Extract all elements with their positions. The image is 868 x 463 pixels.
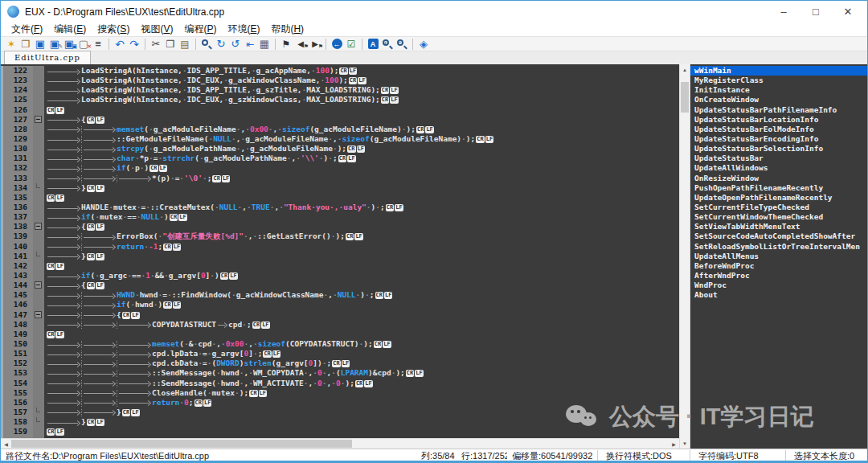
code-line[interactable]: 141}CRLF <box>1 252 679 261</box>
zoom-in-button[interactable]: + <box>380 38 395 51</box>
code-line[interactable]: 149CRLF <box>1 330 679 339</box>
line-number[interactable]: 126 <box>1 105 33 115</box>
code-line[interactable]: 142CRLF <box>1 261 679 271</box>
code-line[interactable]: 126CRLF <box>1 105 679 115</box>
code-line[interactable]: 156return·0;CRLF <box>1 398 679 408</box>
undo-button[interactable]: ↶ <box>113 38 127 51</box>
line-number[interactable]: 136 <box>1 203 33 212</box>
code-line[interactable]: 130strcpy(·g_acModulePathName·,·g_acModu… <box>1 144 679 154</box>
symbol-item[interactable]: InitInstance <box>690 85 867 95</box>
line-number[interactable]: 150 <box>1 339 33 349</box>
redo-button[interactable]: ↷ <box>127 38 141 51</box>
line-number[interactable]: 124 <box>1 85 33 95</box>
symbol-item[interactable]: UpdateOpenPathFilenameRecently <box>690 193 867 203</box>
code-line[interactable]: 140return·-1;CRLF <box>1 242 679 252</box>
horizontal-scroll-thumb[interactable] <box>11 440 352 448</box>
todo-list-button[interactable]: ☑ <box>344 38 358 51</box>
line-number[interactable]: 157 <box>1 408 33 417</box>
scroll-down-icon[interactable]: ▼ <box>680 438 690 449</box>
line-number[interactable]: 159 <box>1 427 33 436</box>
code-line[interactable]: 128memset(·g_acModuleFileName·,·0x00·,·s… <box>1 125 679 134</box>
new-file-button[interactable]: ✶ <box>4 38 18 51</box>
line-number[interactable]: 129 <box>1 134 33 144</box>
line-number[interactable]: 145 <box>1 290 33 300</box>
line-number[interactable]: 149 <box>1 330 33 339</box>
line-number[interactable]: 127 <box>1 115 33 125</box>
fold-marker-icon[interactable]: − <box>35 223 42 230</box>
line-number[interactable]: 123 <box>1 76 33 85</box>
replace-all-button[interactable]: ▦ <box>257 38 272 51</box>
menu-item-1[interactable]: 编辑(E) <box>48 23 92 36</box>
code-line[interactable]: 144−{CRLF <box>1 281 679 290</box>
line-number[interactable]: 131 <box>1 154 33 163</box>
about-button[interactable]: ◈ <box>416 38 431 51</box>
menu-item-6[interactable]: 帮助(H) <box>265 23 309 36</box>
symbol-item[interactable]: wWinMain <box>690 66 867 76</box>
line-number[interactable]: 148 <box>1 320 33 330</box>
symbol-item[interactable]: SetReloadSymbolListOrTreeIntervalMen <box>690 242 867 252</box>
line-number[interactable]: 137 <box>1 212 33 222</box>
symbol-item[interactable]: PushOpenPathFilenameRecently <box>690 183 867 193</box>
find-button[interactable] <box>199 38 214 51</box>
code-line[interactable]: 158}CRLF <box>1 417 679 427</box>
line-number[interactable]: 141 <box>1 252 33 261</box>
symbol-item[interactable]: UpdateStatusBarSelectionInfo <box>690 144 867 154</box>
line-number[interactable]: 151 <box>1 349 33 359</box>
symbol-item[interactable]: MyRegisterClass <box>690 76 867 85</box>
goto-button[interactable]: ⇤ <box>243 38 257 51</box>
code-line[interactable]: 159CRLF <box>1 427 679 436</box>
line-number[interactable]: 139 <box>1 232 33 241</box>
syntax-color-button[interactable]: A <box>366 38 380 51</box>
line-number[interactable]: 132 <box>1 163 33 173</box>
code-line[interactable]: 131char·*p·=·strrchr(·g_acModulePathName… <box>1 154 679 163</box>
line-number[interactable]: 140 <box>1 242 33 252</box>
code-line[interactable]: 157}CRLF <box>1 408 679 417</box>
maximize-button[interactable]: □ <box>809 6 822 18</box>
menu-item-4[interactable]: 编程(P) <box>178 23 222 36</box>
line-number[interactable]: 135 <box>1 193 33 203</box>
code-line[interactable]: 152cpd.cbData·=·(DWORD)strlen(g_argv[0])… <box>1 359 679 368</box>
code-line[interactable]: 155CloseHandle(·mutex·);CRLF <box>1 388 679 398</box>
code-line[interactable]: 134}CRLF <box>1 183 679 193</box>
zoom-out-button[interactable]: − <box>395 38 409 51</box>
vertical-scroll-thumb[interactable] <box>681 82 689 113</box>
symbol-item[interactable]: UpdateStatusBarEncodingInfo <box>690 134 867 144</box>
line-number[interactable]: 147 <box>1 310 33 320</box>
line-number[interactable]: 158 <box>1 417 33 427</box>
line-number[interactable]: 130 <box>1 144 33 154</box>
code-line[interactable]: 127−{CRLF <box>1 115 679 125</box>
code-line[interactable]: 124LoadStringW(hInstance,·IDS_APP_TITLE,… <box>1 85 679 95</box>
code-line[interactable]: 133*(p)·=·'\0'·;CRLF <box>1 174 679 183</box>
menu-item-3[interactable]: 视图(V) <box>135 23 178 36</box>
code-rows[interactable]: 122LoadStringA(hInstance,·IDS_APP_TITLE,… <box>1 64 679 438</box>
code-line[interactable]: 145HWND·hwnd·=·::FindWindow(·g_acWindowC… <box>1 290 679 300</box>
symbol-item[interactable]: UpdateAllWindows <box>690 163 867 173</box>
code-line[interactable]: 137if(·mutex·==·NULL·)CRLF <box>1 212 679 222</box>
symbol-item[interactable]: UpdateStatusBarLocationInfo <box>690 115 867 125</box>
code-line[interactable]: 136HANDLE·mutex·=·::CreateMutex(·NULL·,·… <box>1 203 679 212</box>
code-line[interactable]: 150memset(·&·cpd·,·0x00·,·sizeof(COPYDAT… <box>1 339 679 349</box>
symbol-item[interactable]: SetViewTabWidthMenuText <box>690 222 867 232</box>
code-line[interactable]: 125LoadStringW(hInstance,·IDC_EUX,·g_szW… <box>1 95 679 104</box>
paste-button[interactable]: ▤ <box>178 38 192 51</box>
symbol-item[interactable]: UpdateStatusBarEolModeInfo <box>690 125 867 134</box>
close-file-button[interactable]: ▢✕ <box>76 38 91 51</box>
symbol-item[interactable]: AfterWndProc <box>690 271 867 281</box>
symbol-item[interactable]: SetSourceCodeAutoCompletedShowAfter <box>690 232 867 241</box>
code-line[interactable]: 143if(·g_argc·==·1·&&·g_argv[0]·)CRLF <box>1 271 679 281</box>
menu-item-5[interactable]: 环境(E) <box>222 23 265 36</box>
code-line[interactable]: 135CRLF <box>1 193 679 203</box>
line-number[interactable]: 142 <box>1 261 33 271</box>
bookmark-button[interactable]: ⚑ <box>279 38 293 51</box>
line-number[interactable]: 133 <box>1 174 33 183</box>
save-all-button[interactable]: ▣▣ <box>62 38 76 51</box>
code-editor[interactable]: 122LoadStringA(hInstance,·IDS_APP_TITLE,… <box>1 64 679 449</box>
code-line[interactable]: 138−{CRLF <box>1 222 679 232</box>
prev-bookmark-button[interactable]: ◀⚑ <box>293 38 308 51</box>
code-line[interactable]: 139ErrorBox(·"创建互斥量失败[%d]"·,·::GetLastEr… <box>1 232 679 241</box>
next-bookmark-button[interactable]: ▶⚑ <box>308 38 322 51</box>
line-number[interactable]: 125 <box>1 95 33 104</box>
vertical-scrollbar[interactable]: ▲ ▼ <box>679 64 690 449</box>
symbol-item[interactable]: OnCreateWindow <box>690 95 867 104</box>
cut-button[interactable]: ✂ <box>149 38 163 51</box>
